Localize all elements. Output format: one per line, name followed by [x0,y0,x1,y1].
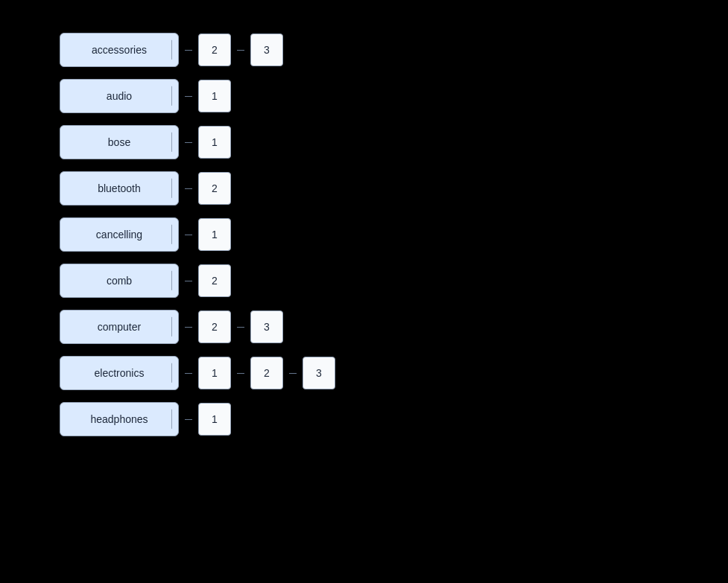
tag-label-cancelling: cancelling [71,229,168,240]
tag-cancelling[interactable]: cancelling [60,217,179,252]
number-box-computer-2[interactable]: 2 [198,310,231,343]
tag-label-headphones: headphones [71,413,168,425]
number-box-audio-1[interactable]: 1 [198,80,231,112]
tag-audio[interactable]: audio [60,79,179,113]
row-bose: bose1 [60,122,668,162]
connector-audio [185,96,192,97]
number-box-electronics-2[interactable]: 2 [250,357,283,389]
tag-label-audio: audio [71,90,168,102]
number-box-bose-1[interactable]: 1 [198,126,231,159]
row-electronics: electronics123 [60,353,668,393]
connector-electronics [185,373,192,374]
row-cancelling: cancelling1 [60,214,668,255]
tag-bose[interactable]: bose [60,125,179,159]
number-box-cancelling-1[interactable]: 1 [198,218,231,251]
connector-computer [185,327,192,328]
dash-electronics-1 [237,373,244,374]
tag-label-comb: comb [71,275,168,287]
tag-label-bose: bose [71,136,168,148]
dash-accessories-1 [237,50,244,51]
number-box-electronics-1[interactable]: 1 [198,357,231,389]
row-accessories: accessories23 [60,30,668,70]
number-box-headphones-1[interactable]: 1 [198,403,231,436]
main-container: accessories23audio1bose1bluetooth2cancel… [0,0,728,475]
tag-label-bluetooth: bluetooth [71,182,168,194]
tag-label-accessories: accessories [71,44,168,56]
row-bluetooth: bluetooth2 [60,168,668,208]
connector-headphones [185,419,192,420]
number-box-comb-2[interactable]: 2 [198,264,231,297]
number-box-computer-3[interactable]: 3 [250,310,283,343]
number-box-bluetooth-2[interactable]: 2 [198,172,231,205]
row-comb: comb2 [60,261,668,301]
connector-bose [185,142,192,143]
tag-label-electronics: electronics [71,367,168,379]
number-box-electronics-3[interactable]: 3 [303,357,335,389]
tag-electronics[interactable]: electronics [60,356,179,390]
number-box-accessories-2[interactable]: 2 [198,34,231,66]
dash-computer-1 [237,327,244,328]
row-audio: audio1 [60,76,668,116]
tag-accessories[interactable]: accessories [60,33,179,67]
connector-comb [185,281,192,281]
connector-accessories [185,50,192,51]
dash-electronics-2 [289,373,297,374]
tag-computer[interactable]: computer [60,310,179,344]
row-computer: computer23 [60,307,668,347]
connector-bluetooth [185,188,192,189]
tag-label-computer: computer [71,321,168,333]
tag-headphones[interactable]: headphones [60,402,179,436]
tag-bluetooth[interactable]: bluetooth [60,171,179,206]
connector-cancelling [185,235,192,235]
number-box-accessories-3[interactable]: 3 [250,34,283,66]
row-headphones: headphones1 [60,399,668,439]
tag-comb[interactable]: comb [60,264,179,298]
